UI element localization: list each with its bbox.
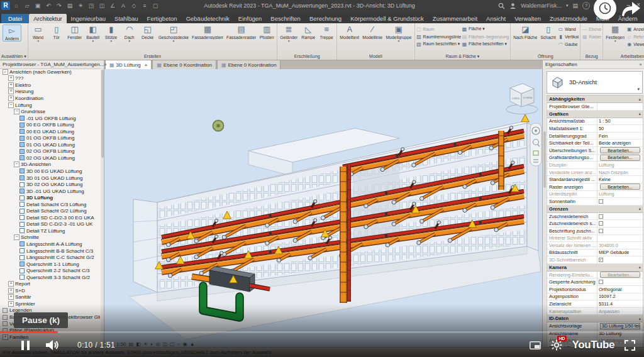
tree-item[interactable]: +Koordination [1, 95, 100, 102]
ribbon-button-decke[interactable]: ◱Decke [139, 24, 157, 40]
ribbon-button-bauteil[interactable]: ◧Bauteil▾ [84, 24, 102, 43]
tree-item[interactable]: Längsschnitt A-A Lüftung [1, 241, 100, 248]
property-value[interactable] [597, 228, 643, 234]
ribbon-button-fl-che-[interactable]: ▩Fläche ▾ [462, 25, 509, 33]
ribbon-panel-label[interactable]: Erschließung [279, 53, 335, 60]
value-dropdown[interactable]: 3D Lüftung 1/50 fein v [600, 323, 640, 329]
ribbon-button-referenzebene[interactable]: ▱Referenzebene [626, 33, 644, 40]
view-tab[interactable]: ▦Ebene 0 Koordination [152, 60, 216, 69]
tree-item[interactable]: Querschnitt 1-1 Lüftung [1, 261, 100, 268]
section-icon[interactable]: ◫ [97, 1, 106, 10]
property-value[interactable]: Fein [597, 133, 643, 140]
navigation-bar[interactable] [530, 123, 541, 166]
section-collapse-icon[interactable]: ▴ [638, 111, 641, 116]
collapse-icon[interactable]: − [14, 109, 19, 114]
share-button[interactable] [620, 0, 641, 20]
property-value[interactable]: ✓ [597, 256, 643, 263]
property-value[interactable]: Lüftung [597, 191, 643, 198]
tree-item[interactable]: Detail SD C-D/2-3 00 EG UKA [1, 214, 100, 221]
edit-button[interactable]: Bearbeiten... [600, 147, 640, 153]
revit-logo[interactable]: R [1, 1, 10, 10]
expand-icon[interactable]: + [8, 281, 14, 287]
expand-icon[interactable]: + [8, 89, 14, 94]
property-value[interactable] [597, 235, 643, 242]
tab-fertigbeton[interactable]: Fertigbeton [143, 14, 182, 23]
property-value[interactable]: 3D Lüftung 1/50 fein v [597, 322, 643, 329]
tree-item[interactable]: Querschnitt 2-2 Schacht C/3 [1, 267, 100, 274]
ribbon-button-t-r[interactable]: ▯Tür [48, 24, 65, 40]
tree-item[interactable]: Detail SD C-D/2-3 -01 UG UK [1, 221, 100, 228]
tree-item[interactable]: +Elektro [1, 82, 100, 89]
youtube-logo[interactable]: YouTube [572, 339, 614, 351]
property-value[interactable]: 16097.2 [597, 294, 643, 300]
properties-section-header[interactable]: ID-Daten▴ [547, 315, 643, 322]
tree-item[interactable]: 02 OG UKAD Lüftung [1, 155, 100, 162]
tree-item[interactable]: 02 OG OKFB Lüftung [1, 148, 100, 155]
ribbon-panel-label[interactable]: Arbeitsebene [604, 53, 644, 60]
tab-beschriften[interactable]: Beschriften [266, 14, 305, 23]
ribbon-button-schacht[interactable]: ▯Schacht [539, 24, 557, 40]
checkbox[interactable] [599, 221, 603, 226]
property-value[interactable]: MEP Gebäude [597, 250, 643, 256]
properties-section-header[interactable]: Kamera▴ [547, 264, 643, 272]
ribbon-button-st-tze[interactable]: ▮Stütze▾ [103, 24, 120, 43]
tree-item[interactable]: −Grundrisse [1, 108, 100, 115]
home-icon[interactable]: ⌂ [12, 1, 21, 10]
ribbon-button-viewer[interactable]: ◉Viewer [626, 40, 644, 48]
viewcube-left-label[interactable]: LINKS [512, 97, 519, 100]
tree-item[interactable]: 01 OG OKFB Lüftung [1, 135, 100, 141]
property-value[interactable]: Bearbeiten... [597, 155, 643, 162]
section-collapse-icon[interactable]: ▴ [638, 316, 641, 321]
tree-item[interactable]: +S+D [1, 287, 100, 294]
tab-einf-gen[interactable]: Einfügen [234, 14, 267, 23]
fullscreen-button[interactable] [625, 340, 635, 351]
property-value[interactable] [597, 220, 643, 227]
project-browser-scrollbar[interactable] [101, 69, 104, 357]
type-selector[interactable]: 3D-Ansicht ▾ [547, 71, 643, 94]
sun-icon[interactable]: ☀ [76, 1, 85, 10]
tab-architektur[interactable]: Architektur [29, 14, 66, 23]
settings-button[interactable]: HD [551, 339, 562, 351]
property-value[interactable]: Keine [597, 176, 643, 183]
property-value[interactable]: 50 [597, 125, 643, 132]
ribbon-button-rampe[interactable]: ◺Rampe [299, 24, 317, 40]
tab-verwalten[interactable]: Verwalten [510, 14, 545, 23]
tree-item[interactable]: +??? [1, 75, 100, 82]
ribbon-button-festlegen[interactable]: ▦Festlegen▾ [604, 24, 626, 43]
property-value[interactable] [597, 103, 643, 110]
property-value[interactable]: 1 : 50 [597, 118, 643, 125]
tree-item[interactable]: 3D 00 EG UKAD Lüftung [1, 168, 100, 175]
collapse-icon[interactable]: − [14, 234, 19, 240]
section-collapse-icon[interactable]: ▴ [638, 265, 641, 270]
tab-berechnung[interactable]: Berechnung [305, 14, 346, 23]
tab-zusatzmodule[interactable]: Zusatzmodule [545, 14, 592, 23]
tab-stahlbau[interactable]: Stahlbau [110, 14, 143, 23]
ribbon-button-raster[interactable]: ▦Raster [582, 33, 601, 40]
print-icon[interactable]: ▤ [65, 1, 74, 10]
checkbox[interactable] [599, 214, 603, 219]
tree-item[interactable]: -01 UG OKFB Lüftung [1, 115, 100, 122]
ribbon-button-fenster[interactable]: ◫Fenster [66, 24, 84, 40]
ribbon-button-modelltext[interactable]: AModelltext [338, 24, 360, 40]
measure-icon[interactable]: ∠ [108, 1, 117, 10]
type-selector-chevron-icon[interactable]: ▾ [637, 87, 640, 92]
search-icon[interactable] [498, 3, 505, 9]
ribbon-button-raum[interactable]: ▢Raum [416, 25, 461, 33]
ribbon-button-modelllinie[interactable]: ∕Modelllinie [361, 24, 384, 40]
view-tab[interactable]: ▦Ebene 0 Koordination [217, 60, 281, 69]
ribbon-panel-label[interactable]: Auswählen ▾ [1, 53, 26, 60]
ribbon-button-wand[interactable]: ▭Wand [558, 25, 579, 33]
tree-item[interactable]: +Report [1, 281, 100, 288]
tab-k-rpermodell-grundst-ck[interactable]: Körpermodell & Grundstück [346, 14, 428, 23]
expand-icon[interactable]: + [8, 288, 14, 294]
tree-item[interactable]: −3D-Ansichten [1, 162, 100, 168]
ribbon-button-raum-beschriften-[interactable]: ▧Raum beschriften ▾ [416, 40, 461, 48]
tree-item[interactable]: Längsschnitt C-C Schacht G/2 [1, 254, 100, 261]
pause-button[interactable] [21, 341, 30, 350]
tree-item[interactable]: 00 EG OKFB Lüftung [1, 121, 100, 128]
expand-icon[interactable]: + [8, 75, 14, 81]
expand-icon[interactable]: + [8, 96, 14, 101]
ribbon-button-dach[interactable]: ◠Dach▾ [121, 24, 138, 43]
tree-item[interactable]: Detail Schacht C/3 Lüftung [1, 201, 100, 208]
property-value[interactable]: 304800.0 [597, 242, 643, 249]
